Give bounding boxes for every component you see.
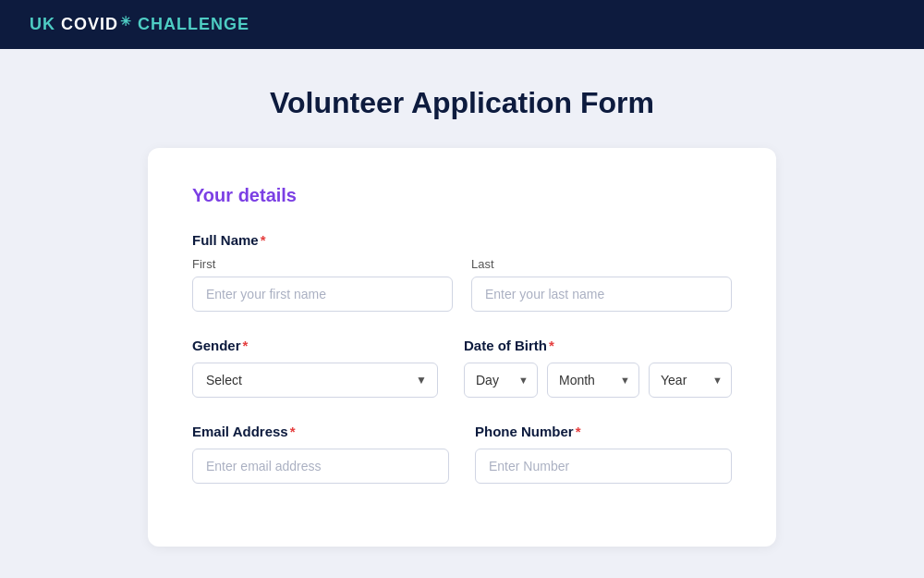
logo-covid: COVID✳	[61, 15, 132, 34]
email-input[interactable]	[192, 449, 449, 484]
year-select-wrapper: Year for(let y=2024;y>=1920;y--) documen…	[649, 363, 732, 398]
gender-label: Gender*	[192, 338, 438, 353]
dob-month-select[interactable]: Month JanuaryFebruaryMarch AprilMayJune …	[547, 363, 639, 398]
required-star-dob: *	[549, 338, 554, 353]
required-star-phone: *	[576, 424, 581, 439]
dob-year-select[interactable]: Year for(let y=2024;y>=1920;y--) documen…	[649, 363, 732, 398]
form-card: Your details Full Name* First Last	[148, 148, 776, 547]
logo-uk: UK	[30, 15, 55, 34]
logo-challenge: CHALLENGE	[138, 15, 249, 34]
full-name-label: Full Name*	[192, 232, 732, 248]
full-name-group: Full Name* First Last	[192, 232, 732, 312]
first-name-input[interactable]	[192, 277, 453, 312]
email-group: Email Address*	[192, 424, 449, 484]
section-title: Your details	[192, 185, 732, 206]
gender-group: Gender* Select Male Female Non-binary Pr…	[192, 338, 438, 398]
day-select-wrapper: Day for(let i=1;i<=31;i++) document.writ…	[464, 363, 538, 398]
dob-day-select[interactable]: Day for(let i=1;i<=31;i++) document.writ…	[464, 363, 538, 398]
required-star-email: *	[290, 424, 296, 439]
month-select-wrapper: Month JanuaryFebruaryMarch AprilMayJune …	[547, 363, 639, 398]
phone-group: Phone Number*	[475, 424, 732, 484]
logo-star-icon: ✳	[120, 14, 132, 29]
main-content: Volunteer Application Form Your details …	[0, 49, 924, 578]
gender-dob-row: Gender* Select Male Female Non-binary Pr…	[192, 338, 732, 424]
gender-select-wrapper: Select Male Female Non-binary Prefer not…	[192, 363, 438, 398]
required-star: *	[261, 232, 266, 248]
first-sub-label: First	[192, 257, 453, 271]
email-phone-row: Email Address* Phone Number*	[192, 424, 732, 510]
dob-row: Day for(let i=1;i<=31;i++) document.writ…	[464, 363, 732, 398]
email-label: Email Address*	[192, 424, 449, 439]
name-field-row: First Last	[192, 257, 732, 312]
last-name-col: Last	[471, 257, 732, 312]
gender-select[interactable]: Select Male Female Non-binary Prefer not…	[192, 363, 438, 398]
last-sub-label: Last	[471, 257, 732, 271]
phone-label: Phone Number*	[475, 424, 732, 439]
last-name-input[interactable]	[471, 277, 732, 312]
dob-label: Date of Birth*	[464, 338, 732, 353]
header: UK COVID✳ CHALLENGE	[0, 0, 924, 49]
required-star-gender: *	[243, 338, 249, 353]
page-title: Volunteer Application Form	[270, 86, 654, 120]
phone-input[interactable]	[475, 449, 732, 484]
first-name-col: First	[192, 257, 453, 312]
logo: UK COVID✳ CHALLENGE	[30, 15, 249, 34]
dob-group: Date of Birth* Day for(let i=1;i<=31;i++…	[464, 338, 732, 398]
